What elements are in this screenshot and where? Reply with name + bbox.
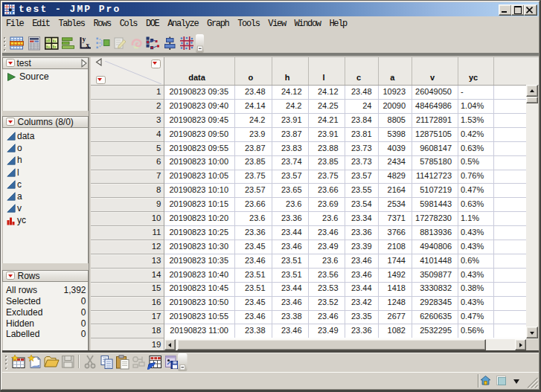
svg-text:x: x	[86, 42, 90, 49]
